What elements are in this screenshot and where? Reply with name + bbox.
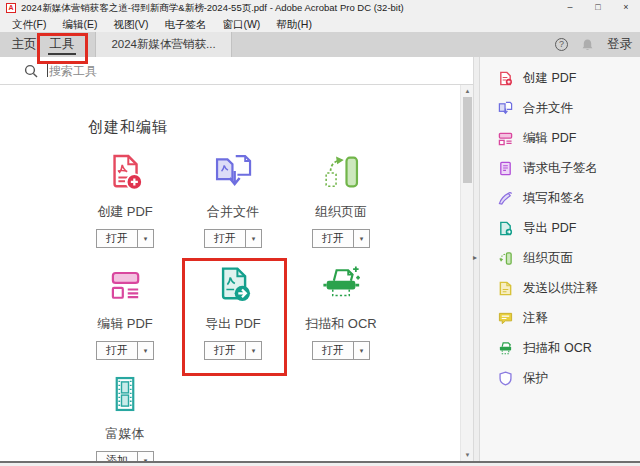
open-button-label[interactable]: 打开: [97, 342, 138, 359]
sidebar-item-send-for-comments[interactable]: 发送以供注释: [480, 273, 640, 303]
search-icon: [24, 64, 38, 78]
add-button-label[interactable]: 添加: [97, 452, 138, 461]
menu-help[interactable]: 帮助(H): [268, 16, 320, 32]
sidebar-item-label: 发送以供注释: [523, 280, 598, 297]
menu-esign[interactable]: 电子签名: [156, 16, 214, 32]
menu-bar: 文件(F) 编辑(E) 视图(V) 电子签名 窗口(W) 帮助(H): [0, 16, 640, 32]
sidebar-item-label: 保护: [523, 370, 548, 387]
sidebar-item-export-pdf[interactable]: 导出 PDF: [480, 213, 640, 243]
tool-label: 合并文件: [179, 203, 287, 221]
tool-card-rich-media[interactable]: 富媒体 添加 ▾: [71, 372, 179, 461]
open-button[interactable]: 打开 ▾: [96, 229, 154, 248]
sidebar-item-label: 组织页面: [523, 250, 573, 267]
annotation-box-export-pdf: [182, 258, 287, 376]
sidebar-item-scan-ocr[interactable]: 扫描和 OCR: [480, 333, 640, 363]
sidebar-item-organize-pages[interactable]: 组织页面: [480, 243, 640, 273]
tool-label: 组织页面: [287, 203, 395, 221]
organize-pages-icon: [498, 251, 513, 266]
open-button-label[interactable]: 打开: [313, 342, 354, 359]
open-button[interactable]: 打开 ▾: [312, 229, 370, 248]
panel-collapse-icon[interactable]: ▸: [473, 253, 477, 262]
open-button-label[interactable]: 打开: [205, 230, 246, 247]
maximize-button[interactable]: □: [584, 0, 612, 16]
open-dropdown-icon[interactable]: ▾: [246, 230, 261, 247]
organize-pages-icon: [287, 150, 395, 194]
section-title: 创建和编辑: [88, 118, 168, 137]
sidebar-item-combine-files[interactable]: 合并文件: [480, 93, 640, 123]
close-button[interactable]: ×: [612, 0, 640, 16]
tool-label: 创建 PDF: [71, 203, 179, 221]
minimize-button[interactable]: –: [556, 0, 584, 16]
acrobat-window: A 2024新媒体营销获客之道-得到新商学&新榜-2024-55页.pdf - …: [0, 0, 640, 466]
fill-sign-icon: [498, 191, 513, 206]
tool-card-combine-files[interactable]: 合并文件 打开 ▾: [179, 150, 287, 254]
sidebar-item-edit-pdf[interactable]: 编辑 PDF: [480, 123, 640, 153]
scan-ocr-icon: [287, 262, 395, 306]
help-icon[interactable]: ?: [555, 38, 568, 51]
open-button-label[interactable]: 打开: [313, 230, 354, 247]
notifications-bell-icon[interactable]: [581, 38, 594, 52]
sidebar-item-create-pdf[interactable]: 创建 PDF: [480, 63, 640, 93]
create-pdf-icon: [71, 150, 179, 194]
combine-files-icon: [498, 101, 513, 116]
tool-label: 扫描和 OCR: [287, 315, 395, 333]
sidebar-item-fill-sign[interactable]: 填写和签名: [480, 183, 640, 213]
open-button[interactable]: 打开 ▾: [312, 341, 370, 360]
scan-ocr-icon: [498, 341, 513, 356]
sign-in-link[interactable]: 登录: [607, 36, 632, 53]
panel-divider[interactable]: ▸: [473, 57, 480, 461]
open-dropdown-icon[interactable]: ▾: [138, 230, 153, 247]
export-pdf-icon: [498, 221, 513, 236]
create-pdf-icon: [498, 71, 513, 86]
sidebar-item-label: 编辑 PDF: [523, 130, 576, 147]
menu-edit[interactable]: 编辑(E): [54, 16, 105, 32]
open-dropdown-icon[interactable]: ▾: [138, 342, 153, 359]
request-signatures-icon: [498, 161, 513, 176]
sidebar-item-comment[interactable]: 注释: [480, 303, 640, 333]
open-button-label[interactable]: 打开: [97, 230, 138, 247]
acrobat-app-icon: A: [6, 3, 16, 13]
open-button[interactable]: 打开 ▾: [204, 229, 262, 248]
open-dropdown-icon[interactable]: ▾: [354, 230, 369, 247]
title-bar: A 2024新媒体营销获客之道-得到新商学&新榜-2024-55页.pdf - …: [0, 0, 640, 16]
open-button[interactable]: 打开 ▾: [96, 341, 154, 360]
tab-bar: 主页 工具 2024新媒体营销获... ? 登录: [0, 32, 640, 57]
tools-sidebar: 创建 PDF 合并文件 编辑 PDF: [480, 57, 640, 461]
window-title: 2024新媒体营销获客之道-得到新商学&新榜-2024-55页.pdf - Ad…: [21, 2, 404, 15]
comment-icon: [498, 311, 513, 326]
sidebar-item-label: 填写和签名: [523, 190, 586, 207]
tool-card-create-pdf[interactable]: 创建 PDF 打开 ▾: [71, 150, 179, 254]
send-for-comments-icon: [498, 281, 513, 296]
sidebar-item-label: 创建 PDF: [523, 70, 576, 87]
combine-files-icon: [179, 150, 287, 194]
edit-pdf-icon: [71, 262, 179, 306]
tool-card-organize-pages[interactable]: 组织页面 打开 ▾: [287, 150, 395, 254]
rich-media-icon: [71, 372, 179, 416]
tool-card-scan-ocr[interactable]: 扫描和 OCR 打开 ▾: [287, 262, 395, 366]
sidebar-item-label: 注释: [523, 310, 548, 327]
scrollbar-thumb[interactable]: [463, 97, 472, 183]
tool-label: 富媒体: [71, 425, 179, 443]
search-input[interactable]: [49, 64, 379, 78]
tool-label: 编辑 PDF: [71, 315, 179, 333]
menu-file[interactable]: 文件(F): [4, 16, 54, 32]
annotation-box-tools-tab: [37, 33, 88, 64]
vertical-scrollbar[interactable]: ▲ ▼: [460, 85, 473, 461]
add-dropdown-icon[interactable]: ▾: [138, 452, 153, 461]
menu-window[interactable]: 窗口(W): [214, 16, 268, 32]
sidebar-item-protect[interactable]: 保护: [480, 363, 640, 393]
sidebar-item-label: 请求电子签名: [523, 160, 598, 177]
tab-document[interactable]: 2024新媒体营销获...: [95, 32, 232, 57]
sidebar-item-request-signatures[interactable]: 请求电子签名: [480, 153, 640, 183]
sidebar-item-label: 扫描和 OCR: [523, 340, 592, 357]
sidebar-item-label: 合并文件: [523, 100, 573, 117]
protect-shield-icon: [498, 371, 513, 386]
menu-view[interactable]: 视图(V): [105, 16, 156, 32]
edit-pdf-icon: [498, 131, 513, 146]
open-dropdown-icon[interactable]: ▾: [354, 342, 369, 359]
add-button[interactable]: 添加 ▾: [96, 451, 154, 461]
text-caret: [47, 64, 48, 77]
tool-card-edit-pdf[interactable]: 编辑 PDF 打开 ▾: [71, 262, 179, 366]
sidebar-item-label: 导出 PDF: [523, 220, 576, 237]
